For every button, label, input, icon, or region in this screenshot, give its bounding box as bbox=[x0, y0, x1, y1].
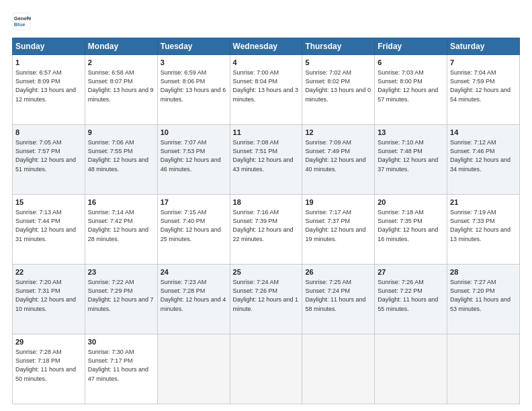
day-number: 23 bbox=[88, 267, 154, 277]
day-info: Sunrise: 7:24 AMSunset: 7:26 PMDaylight:… bbox=[233, 278, 300, 313]
day-number: 17 bbox=[161, 197, 227, 208]
day-info: Sunrise: 7:14 AMSunset: 7:42 PMDaylight:… bbox=[88, 208, 154, 243]
calendar-day-cell: 23Sunrise: 7:22 AMSunset: 7:29 PMDayligh… bbox=[85, 265, 157, 334]
day-info: Sunrise: 7:22 AMSunset: 7:29 PMDaylight:… bbox=[88, 278, 154, 313]
day-info: Sunrise: 7:06 AMSunset: 7:55 PMDaylight:… bbox=[88, 138, 154, 173]
day-number: 15 bbox=[15, 197, 82, 208]
day-info: Sunrise: 7:15 AMSunset: 7:40 PMDaylight:… bbox=[161, 208, 227, 243]
calendar-week-row: 29Sunrise: 7:28 AMSunset: 7:18 PMDayligh… bbox=[13, 334, 520, 404]
calendar-day-cell: 19Sunrise: 7:17 AMSunset: 7:37 PMDayligh… bbox=[302, 195, 375, 265]
weekday-header: Wednesday bbox=[230, 38, 302, 55]
calendar-day-cell: 27Sunrise: 7:26 AMSunset: 7:22 PMDayligh… bbox=[375, 265, 447, 334]
calendar-header-row: SundayMondayTuesdayWednesdayThursdayFrid… bbox=[13, 38, 520, 55]
day-number: 27 bbox=[378, 267, 444, 277]
calendar-day-cell: 7Sunrise: 7:04 AMSunset: 7:59 PMDaylight… bbox=[447, 55, 520, 125]
day-number: 7 bbox=[450, 58, 517, 68]
day-number: 30 bbox=[88, 337, 154, 347]
calendar-day-cell: 1Sunrise: 6:57 AMSunset: 8:09 PMDaylight… bbox=[13, 55, 85, 125]
day-info: Sunrise: 7:13 AMSunset: 7:44 PMDaylight:… bbox=[15, 208, 82, 243]
calendar-day-cell: 2Sunrise: 6:58 AMSunset: 8:07 PMDaylight… bbox=[85, 55, 157, 125]
day-info: Sunrise: 7:30 AMSunset: 7:17 PMDaylight:… bbox=[88, 348, 154, 383]
calendar-day-cell: 20Sunrise: 7:18 AMSunset: 7:35 PMDayligh… bbox=[375, 195, 447, 265]
day-number: 6 bbox=[378, 58, 444, 68]
day-number: 1 bbox=[15, 58, 82, 68]
day-info: Sunrise: 7:05 AMSunset: 7:57 PMDaylight:… bbox=[15, 138, 82, 173]
day-info: Sunrise: 7:08 AMSunset: 7:51 PMDaylight:… bbox=[233, 138, 300, 173]
weekday-header: Monday bbox=[85, 38, 157, 55]
day-info: Sunrise: 7:00 AMSunset: 8:04 PMDaylight:… bbox=[233, 68, 300, 103]
calendar-day-cell: 25Sunrise: 7:24 AMSunset: 7:26 PMDayligh… bbox=[230, 265, 302, 334]
day-info: Sunrise: 7:03 AMSunset: 8:00 PMDaylight:… bbox=[378, 68, 444, 103]
calendar-day-cell bbox=[302, 334, 375, 404]
calendar-day-cell: 30Sunrise: 7:30 AMSunset: 7:17 PMDayligh… bbox=[85, 334, 157, 404]
calendar-day-cell: 24Sunrise: 7:23 AMSunset: 7:28 PMDayligh… bbox=[157, 265, 230, 334]
day-number: 18 bbox=[233, 197, 300, 208]
calendar-day-cell: 15Sunrise: 7:13 AMSunset: 7:44 PMDayligh… bbox=[13, 195, 85, 265]
calendar-day-cell: 29Sunrise: 7:28 AMSunset: 7:18 PMDayligh… bbox=[13, 334, 85, 404]
weekday-header: Saturday bbox=[447, 38, 520, 55]
day-info: Sunrise: 7:04 AMSunset: 7:59 PMDaylight:… bbox=[450, 68, 517, 103]
day-number: 11 bbox=[233, 128, 300, 138]
day-info: Sunrise: 7:27 AMSunset: 7:20 PMDaylight:… bbox=[450, 278, 517, 313]
calendar-day-cell: 21Sunrise: 7:19 AMSunset: 7:33 PMDayligh… bbox=[447, 195, 520, 265]
day-info: Sunrise: 7:25 AMSunset: 7:24 PMDaylight:… bbox=[305, 278, 371, 313]
calendar-day-cell: 3Sunrise: 6:59 AMSunset: 8:06 PMDaylight… bbox=[157, 55, 230, 125]
calendar-day-cell: 13Sunrise: 7:10 AMSunset: 7:48 PMDayligh… bbox=[375, 125, 447, 195]
calendar-week-row: 8Sunrise: 7:05 AMSunset: 7:57 PMDaylight… bbox=[13, 125, 520, 195]
day-info: Sunrise: 6:57 AMSunset: 8:09 PMDaylight:… bbox=[15, 68, 82, 103]
day-info: Sunrise: 7:26 AMSunset: 7:22 PMDaylight:… bbox=[378, 278, 444, 313]
weekday-header: Friday bbox=[375, 38, 447, 55]
calendar-day-cell: 17Sunrise: 7:15 AMSunset: 7:40 PMDayligh… bbox=[157, 195, 230, 265]
day-number: 3 bbox=[161, 58, 227, 68]
day-number: 4 bbox=[233, 58, 300, 68]
day-info: Sunrise: 7:18 AMSunset: 7:35 PMDaylight:… bbox=[378, 208, 444, 243]
calendar-day-cell: 9Sunrise: 7:06 AMSunset: 7:55 PMDaylight… bbox=[85, 125, 157, 195]
day-info: Sunrise: 7:23 AMSunset: 7:28 PMDaylight:… bbox=[161, 278, 227, 313]
day-number: 16 bbox=[88, 197, 154, 208]
day-info: Sunrise: 7:07 AMSunset: 7:53 PMDaylight:… bbox=[161, 138, 227, 173]
calendar-day-cell: 18Sunrise: 7:16 AMSunset: 7:39 PMDayligh… bbox=[230, 195, 302, 265]
day-number: 13 bbox=[378, 128, 444, 138]
calendar-day-cell bbox=[447, 334, 520, 404]
day-number: 20 bbox=[378, 197, 444, 208]
day-info: Sunrise: 6:58 AMSunset: 8:07 PMDaylight:… bbox=[88, 68, 154, 103]
day-info: Sunrise: 7:17 AMSunset: 7:37 PMDaylight:… bbox=[305, 208, 371, 243]
calendar-day-cell: 26Sunrise: 7:25 AMSunset: 7:24 PMDayligh… bbox=[302, 265, 375, 334]
logo-icon: General Blue bbox=[12, 12, 31, 31]
day-number: 29 bbox=[15, 337, 82, 347]
day-info: Sunrise: 7:02 AMSunset: 8:02 PMDaylight:… bbox=[305, 68, 371, 103]
calendar-day-cell bbox=[230, 334, 302, 404]
day-info: Sunrise: 7:28 AMSunset: 7:18 PMDaylight:… bbox=[15, 348, 82, 383]
calendar-week-row: 15Sunrise: 7:13 AMSunset: 7:44 PMDayligh… bbox=[13, 195, 520, 265]
calendar-week-row: 1Sunrise: 6:57 AMSunset: 8:09 PMDaylight… bbox=[13, 55, 520, 125]
day-number: 19 bbox=[305, 197, 371, 208]
calendar-week-row: 22Sunrise: 7:20 AMSunset: 7:31 PMDayligh… bbox=[13, 265, 520, 334]
calendar-day-cell: 14Sunrise: 7:12 AMSunset: 7:46 PMDayligh… bbox=[447, 125, 520, 195]
day-number: 10 bbox=[161, 128, 227, 138]
calendar-day-cell bbox=[157, 334, 230, 404]
calendar-day-cell: 4Sunrise: 7:00 AMSunset: 8:04 PMDaylight… bbox=[230, 55, 302, 125]
day-number: 14 bbox=[450, 128, 517, 138]
logo: General Blue bbox=[12, 12, 31, 31]
day-number: 25 bbox=[233, 267, 300, 277]
day-number: 22 bbox=[15, 267, 82, 277]
day-number: 24 bbox=[161, 267, 227, 277]
day-number: 12 bbox=[305, 128, 371, 138]
calendar-day-cell: 16Sunrise: 7:14 AMSunset: 7:42 PMDayligh… bbox=[85, 195, 157, 265]
calendar-table: SundayMondayTuesdayWednesdayThursdayFrid… bbox=[12, 38, 520, 404]
calendar-day-cell: 28Sunrise: 7:27 AMSunset: 7:20 PMDayligh… bbox=[447, 265, 520, 334]
day-info: Sunrise: 7:20 AMSunset: 7:31 PMDaylight:… bbox=[15, 278, 82, 313]
header: General Blue bbox=[12, 12, 520, 31]
day-info: Sunrise: 7:19 AMSunset: 7:33 PMDaylight:… bbox=[450, 208, 517, 243]
day-info: Sunrise: 7:09 AMSunset: 7:49 PMDaylight:… bbox=[305, 138, 371, 173]
day-info: Sunrise: 7:12 AMSunset: 7:46 PMDaylight:… bbox=[450, 138, 517, 173]
day-number: 2 bbox=[88, 58, 154, 68]
day-info: Sunrise: 6:59 AMSunset: 8:06 PMDaylight:… bbox=[161, 68, 227, 103]
weekday-header: Tuesday bbox=[157, 38, 230, 55]
day-number: 9 bbox=[88, 128, 154, 138]
calendar-day-cell: 6Sunrise: 7:03 AMSunset: 8:00 PMDaylight… bbox=[375, 55, 447, 125]
day-number: 5 bbox=[305, 58, 371, 68]
weekday-header: Thursday bbox=[302, 38, 375, 55]
calendar-day-cell bbox=[375, 334, 447, 404]
calendar-day-cell: 5Sunrise: 7:02 AMSunset: 8:02 PMDaylight… bbox=[302, 55, 375, 125]
